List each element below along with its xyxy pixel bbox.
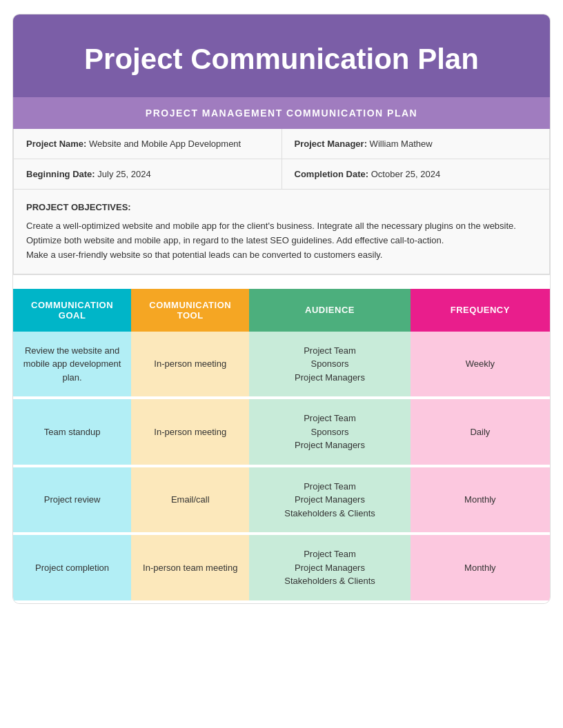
project-name-cell: Project Name: Website and Mobile App Dev… bbox=[14, 129, 282, 159]
objectives-cell: PROJECT OBJECTIVES: Create a well-optimi… bbox=[14, 190, 549, 273]
table-row-1-goal: Team standup bbox=[13, 398, 131, 466]
table-row-0-frequency: Weekly bbox=[411, 332, 550, 398]
table-row: Review the website and mobile app develo… bbox=[13, 332, 550, 398]
table-row-1-audience: Project TeamSponsorsProject Managers bbox=[249, 398, 410, 466]
subheader-section: PROJECT MANAGEMENT COMMUNICATION PLAN bbox=[13, 97, 550, 129]
header-section: Project Communication Plan bbox=[13, 14, 550, 97]
objectives-label: PROJECT OBJECTIVES: bbox=[26, 201, 537, 215]
th-tool: COMMUNICATION TOOL bbox=[131, 289, 249, 332]
project-manager-label: Project Manager: bbox=[295, 139, 367, 149]
table-row-2-tool: Email/call bbox=[131, 466, 249, 534]
table-row: Team standupIn-person meetingProject Tea… bbox=[13, 398, 550, 466]
project-name-value: Website and Mobile App Development bbox=[89, 139, 241, 149]
table-row-1-frequency: Daily bbox=[411, 398, 550, 466]
table-row-0-goal: Review the website and mobile app develo… bbox=[13, 332, 131, 398]
begin-date-cell: Beginning Date: July 25, 2024 bbox=[14, 159, 282, 189]
table-row-3-frequency: Monthly bbox=[411, 534, 550, 602]
table-row-2-frequency: Monthly bbox=[411, 466, 550, 534]
communication-table: COMMUNICATION GOAL COMMUNICATION TOOL AU… bbox=[13, 289, 550, 603]
th-frequency: FREQUENCY bbox=[411, 289, 550, 332]
completion-date-value: October 25, 2024 bbox=[371, 169, 440, 179]
table-row: Project reviewEmail/callProject TeamProj… bbox=[13, 466, 550, 534]
project-manager-value: William Mathew bbox=[370, 139, 433, 149]
begin-date-value: July 25, 2024 bbox=[97, 169, 150, 179]
table-row-3-tool: In-person team meeting bbox=[131, 534, 249, 602]
subheader-text: PROJECT MANAGEMENT COMMUNICATION PLAN bbox=[146, 108, 417, 119]
table-row-0-audience: Project TeamSponsorsProject Managers bbox=[249, 332, 410, 398]
table-row-2-goal: Project review bbox=[13, 466, 131, 534]
table-row-3-audience: Project TeamProject ManagersStakeholders… bbox=[249, 534, 410, 602]
completion-date-cell: Completion Date: October 25, 2024 bbox=[282, 159, 550, 189]
completion-date-label: Completion Date: bbox=[295, 169, 369, 179]
project-name-label: Project Name: bbox=[26, 139, 86, 149]
table-header-row: COMMUNICATION GOAL COMMUNICATION TOOL AU… bbox=[13, 289, 550, 332]
table-row-0-tool: In-person meeting bbox=[131, 332, 249, 398]
dates-row: Beginning Date: July 25, 2024 Completion… bbox=[14, 159, 549, 190]
th-goal: COMMUNICATION GOAL bbox=[13, 289, 131, 332]
th-audience: AUDIENCE bbox=[249, 289, 410, 332]
objectives-row: PROJECT OBJECTIVES: Create a well-optimi… bbox=[14, 190, 549, 274]
begin-date-label: Beginning Date: bbox=[26, 169, 95, 179]
project-name-row: Project Name: Website and Mobile App Dev… bbox=[14, 129, 549, 159]
objectives-text: Create a well-optimized website and mobi… bbox=[26, 219, 537, 262]
table-row-2-audience: Project TeamProject ManagersStakeholders… bbox=[249, 466, 410, 534]
table-row: Project completionIn-person team meeting… bbox=[13, 534, 550, 602]
table-row-3-goal: Project completion bbox=[13, 534, 131, 602]
info-section: Project Name: Website and Mobile App Dev… bbox=[13, 129, 550, 274]
project-manager-cell: Project Manager: William Mathew bbox=[282, 129, 550, 159]
page-container: Project Communication Plan PROJECT MANAG… bbox=[12, 14, 551, 604]
table-row-1-tool: In-person meeting bbox=[131, 398, 249, 466]
page-title: Project Communication Plan bbox=[34, 42, 529, 77]
